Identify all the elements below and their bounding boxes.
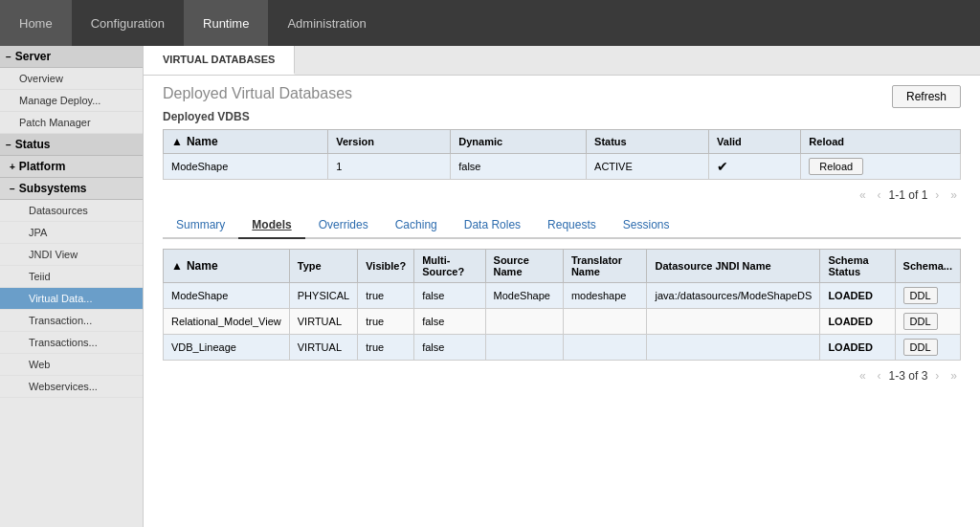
last-page-btn[interactable]: » <box>947 187 961 203</box>
table-row: ModeShape 1 false ACTIVE ✔ Reload <box>164 154 961 180</box>
pagination-top: « ‹ 1-1 of 1 › » <box>163 187 961 203</box>
table-row: VDB_Lineage VIRTUAL true false LOADED DD… <box>164 335 961 361</box>
mrow2-visible: true <box>358 335 414 361</box>
inner-tabs: Summary Models Overrides Caching Data Ro… <box>163 212 961 239</box>
sidebar-item-virtual-data[interactable]: Virtual Data... <box>0 288 143 310</box>
sidebar-item-jpa[interactable]: JPA <box>0 222 143 244</box>
first-page-btn[interactable]: « <box>856 187 870 203</box>
mrow1-visible: true <box>358 309 414 335</box>
mcol-source: Source Name <box>485 250 563 283</box>
mrow2-schema-status: LOADED <box>820 335 895 361</box>
mrow2-jndi <box>647 335 820 361</box>
valid-checkmark: ✔ <box>717 159 728 174</box>
tab-caching[interactable]: Caching <box>382 212 451 237</box>
sidebar: − Server Overview Manage Deploy... Patch… <box>0 46 144 527</box>
sidebar-item-teiid[interactable]: Teiid <box>0 266 143 288</box>
mcol-jndi: Datasource JNDI Name <box>647 250 820 283</box>
sidebar-item-transaction1[interactable]: Transaction... <box>0 310 143 332</box>
sidebar-item-transaction2[interactable]: Transactions... <box>0 332 143 354</box>
mrow1-name: Relational_Model_View <box>164 309 290 335</box>
mcol-schema-status: Schema Status <box>820 250 895 283</box>
mcol-multi: Multi-Source? <box>414 250 485 283</box>
sidebar-item-web[interactable]: Web <box>0 354 143 376</box>
mrow1-schema-status: LOADED <box>820 309 895 335</box>
sidebar-item-patch-manager[interactable]: Patch Manager <box>0 112 143 134</box>
mcol-visible: Visible? <box>358 250 414 283</box>
reload-button[interactable]: Reload <box>809 158 863 175</box>
mrow1-ddl: DDL <box>895 309 960 335</box>
server-toggle-icon: − <box>6 52 11 62</box>
nav-home[interactable]: Home <box>0 0 72 46</box>
mrow1-source <box>485 309 563 335</box>
mrow2-multi: false <box>414 335 485 361</box>
status-label: Status <box>15 138 51 151</box>
mrow0-visible: true <box>358 283 414 309</box>
main-content: VIRTUAL DATABASES Refresh Deployed Virtu… <box>144 46 980 527</box>
sidebar-status-section[interactable]: − Status <box>0 134 143 156</box>
ddl-button-1[interactable]: DDL <box>903 313 938 330</box>
sidebar-item-webservices[interactable]: Webservices... <box>0 376 143 398</box>
tab-virtual-databases[interactable]: VIRTUAL DATABASES <box>144 46 295 75</box>
vdbs-table: ▲Name Version Dynamic Status Valid Reloa… <box>163 129 961 180</box>
ddl-button-0[interactable]: DDL <box>903 287 938 304</box>
content-area: Refresh Deployed Virtual Databases Deplo… <box>144 76 980 527</box>
mrow1-jndi <box>647 309 820 335</box>
col-status: Status <box>587 130 709 154</box>
cell-reload: Reload <box>801 154 961 180</box>
mrow0-translator: modeshape <box>563 283 647 309</box>
mcol-schema-extra: Schema... <box>895 250 960 283</box>
page-info-bottom: 1-3 of 3 <box>889 369 928 383</box>
ddl-button-2[interactable]: DDL <box>903 339 938 356</box>
mrow1-multi: false <box>414 309 485 335</box>
tab-bar: VIRTUAL DATABASES <box>144 46 980 76</box>
mrow1-type: VIRTUAL <box>289 309 357 335</box>
prev-page-btn[interactable]: ‹ <box>874 187 885 203</box>
tab-overrides[interactable]: Overrides <box>305 212 382 237</box>
first-page-btn-bottom[interactable]: « <box>856 368 870 384</box>
tab-models[interactable]: Models <box>238 212 304 239</box>
server-label: Server <box>15 50 51 63</box>
tab-sessions[interactable]: Sessions <box>610 212 683 237</box>
mrow0-source: ModeShape <box>485 283 563 309</box>
mrow2-name: VDB_Lineage <box>164 335 290 361</box>
nav-administration[interactable]: Administration <box>268 0 385 46</box>
tab-data-roles[interactable]: Data Roles <box>451 212 534 237</box>
next-page-btn[interactable]: › <box>931 187 943 203</box>
deployed-vdbs-label: Deployed VDBS <box>163 110 961 123</box>
top-nav: Home Configuration Runtime Administratio… <box>0 0 980 46</box>
sidebar-server-section[interactable]: − Server <box>0 46 143 68</box>
nav-runtime[interactable]: Runtime <box>184 0 268 46</box>
col-valid: Valid <box>709 130 801 154</box>
sidebar-item-manage-deploy[interactable]: Manage Deploy... <box>0 90 143 112</box>
sidebar-platform-header[interactable]: + Platform <box>0 156 143 178</box>
mrow2-source <box>485 335 563 361</box>
tab-requests[interactable]: Requests <box>534 212 610 237</box>
cell-version: 1 <box>328 154 451 180</box>
sidebar-subsystems-header[interactable]: − Subsystems <box>0 178 143 200</box>
mrow2-translator <box>563 335 647 361</box>
mcol-type: Type <box>289 250 357 283</box>
sidebar-item-overview[interactable]: Overview <box>0 68 143 90</box>
mrow0-type: PHYSICAL <box>289 283 357 309</box>
prev-page-btn-bottom[interactable]: ‹ <box>874 368 885 384</box>
mrow2-ddl: DDL <box>895 335 960 361</box>
mcol-name: ▲Name <box>164 250 290 283</box>
last-page-btn-bottom[interactable]: » <box>947 368 961 384</box>
sidebar-item-jndi-view[interactable]: JNDI View <box>0 244 143 266</box>
tab-summary[interactable]: Summary <box>163 212 238 237</box>
sidebar-item-datasources[interactable]: Datasources <box>0 200 143 222</box>
col-name: ▲Name <box>164 130 328 154</box>
col-reload: Reload <box>801 130 961 154</box>
table-row: ModeShape PHYSICAL true false ModeShape … <box>164 283 961 309</box>
mrow2-type: VIRTUAL <box>289 335 357 361</box>
nav-configuration[interactable]: Configuration <box>72 0 184 46</box>
pagination-bottom: « ‹ 1-3 of 3 › » <box>163 368 961 384</box>
subsystems-toggle-icon: − <box>10 184 15 194</box>
section-title: Deployed Virtual Databases <box>163 85 961 102</box>
refresh-button[interactable]: Refresh <box>892 85 961 108</box>
page-info: 1-1 of 1 <box>889 188 928 202</box>
next-page-btn-bottom[interactable]: › <box>931 368 943 384</box>
mrow0-multi: false <box>414 283 485 309</box>
cell-dynamic: false <box>451 154 587 180</box>
subsystems-label: Subsystems <box>19 182 87 195</box>
